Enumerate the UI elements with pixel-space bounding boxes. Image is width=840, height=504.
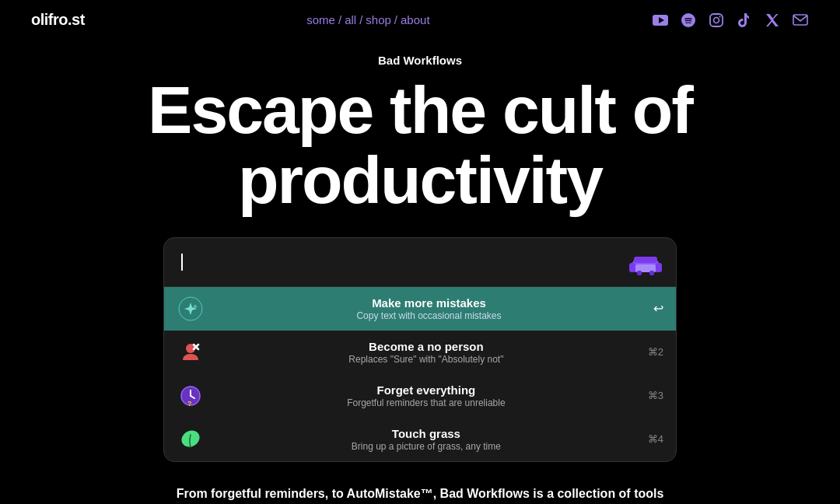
instagram-icon[interactable] — [708, 12, 725, 29]
hero-title-line2: productivity — [238, 142, 602, 217]
command-text-1: Make more mistakes Copy text with occasi… — [215, 296, 642, 321]
nav-about[interactable]: about — [401, 13, 430, 26]
svg-point-5 — [719, 16, 720, 17]
svg-rect-13 — [634, 257, 657, 263]
description-text: From forgetful reminders, to AutoMistake… — [31, 484, 809, 504]
command-title-2: Become a no person — [215, 340, 637, 353]
command-text-3: Forget everything Forgetful reminders th… — [215, 383, 637, 408]
twitter-icon[interactable] — [764, 12, 781, 29]
youtube-icon[interactable] — [652, 12, 669, 29]
svg-rect-11 — [637, 271, 642, 275]
email-icon[interactable] — [792, 12, 809, 29]
svg-rect-6 — [793, 15, 807, 25]
social-icons-group — [652, 12, 809, 29]
svg-rect-12 — [649, 271, 654, 275]
sofa-icon — [628, 247, 663, 277]
command-list: Make more mistakes Copy text with occasi… — [164, 287, 676, 461]
command-shortcut-1: ↩ — [653, 301, 663, 316]
command-shortcut-4: ⌘4 — [648, 433, 663, 445]
person-x-icon — [177, 338, 205, 366]
command-title-1: Make more mistakes — [215, 296, 642, 310]
leaf-icon — [177, 425, 205, 453]
command-item-4[interactable]: Touch grass Bring up a picture of grass,… — [164, 418, 676, 461]
nav-sep-3: / — [394, 13, 397, 26]
svg-text:?: ? — [187, 400, 192, 408]
command-item-3[interactable]: ? Forget everything Forgetful reminders … — [164, 374, 676, 418]
command-shortcut-2: ⌘2 — [648, 346, 663, 358]
nav-shop[interactable]: shop — [366, 13, 391, 26]
command-text-4: Touch grass Bring up a picture of grass,… — [215, 427, 637, 452]
logo[interactable]: olifro.st — [31, 11, 85, 29]
command-desc-3: Forgetful reminders that are unreliable — [215, 397, 637, 408]
nav-all[interactable]: all — [345, 13, 356, 26]
hero-title-line1: Escape the cult of — [148, 72, 692, 147]
clock-question-icon: ? — [177, 382, 205, 410]
svg-rect-8 — [629, 263, 635, 272]
hero-subtitle: Bad Workflows — [31, 54, 809, 67]
command-desc-4: Bring up a picture of grass, any time — [215, 441, 637, 452]
svg-rect-9 — [656, 263, 662, 272]
main-nav: some / all / shop / about — [306, 13, 429, 26]
command-title-3: Forget everything — [215, 383, 637, 397]
command-text-2: Become a no person Replaces "Sure" with … — [215, 340, 637, 365]
command-desc-2: Replaces "Sure" with "Absolutely not" — [215, 354, 637, 365]
nav-some[interactable]: some — [306, 13, 335, 26]
app-window: Make more mistakes Copy text with occasi… — [163, 237, 677, 462]
command-title-4: Touch grass — [215, 427, 637, 440]
main-content: Bad Workflows Escape the cult of product… — [0, 40, 840, 504]
hero-section: Bad Workflows Escape the cult of product… — [0, 40, 840, 504]
site-header: olifro.st some / all / shop / about — [0, 0, 840, 40]
command-shortcut-3: ⌘3 — [648, 390, 663, 401]
tiktok-icon[interactable] — [736, 12, 753, 29]
sparkle-icon — [177, 295, 205, 323]
text-cursor — [181, 254, 183, 271]
nav-sep-1: / — [338, 13, 341, 26]
command-desc-1: Copy text with occasional mistakes — [215, 310, 642, 321]
command-item-1[interactable]: Make more mistakes Copy text with occasi… — [164, 287, 676, 331]
hero-title: Escape the cult of productivity — [31, 75, 809, 215]
spotify-icon[interactable] — [680, 12, 697, 29]
description-line1: From forgetful reminders, to AutoMistake… — [177, 487, 664, 500]
search-bar[interactable] — [164, 238, 676, 287]
svg-point-4 — [713, 17, 719, 23]
sofa-icon-wrap — [628, 247, 663, 277]
command-item-2[interactable]: Become a no person Replaces "Sure" with … — [164, 331, 676, 374]
svg-rect-3 — [710, 14, 723, 26]
nav-sep-2: / — [359, 13, 362, 26]
